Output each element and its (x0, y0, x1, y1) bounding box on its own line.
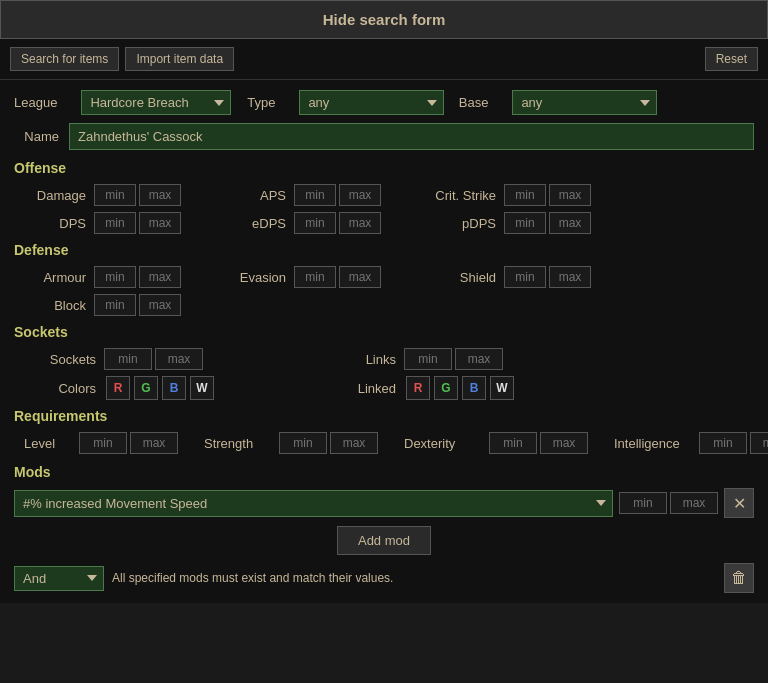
add-mod-button[interactable]: Add mod (337, 526, 431, 555)
crit-max[interactable] (549, 184, 591, 206)
crit-min[interactable] (504, 184, 546, 206)
delete-icon: ✕ (733, 494, 746, 513)
shield-max[interactable] (549, 266, 591, 288)
logic-dropdown[interactable]: And Or (14, 566, 104, 591)
color-b-button[interactable]: B (162, 376, 186, 400)
pdps-label: pDPS (424, 216, 504, 231)
evasion-min[interactable] (294, 266, 336, 288)
reset-button[interactable]: Reset (705, 47, 758, 71)
strength-label: Strength (204, 436, 279, 451)
mod-minmax (619, 492, 718, 514)
logic-delete-button[interactable]: 🗑 (724, 563, 754, 593)
color-g-button[interactable]: G (134, 376, 158, 400)
logic-text: All specified mods must exist and match … (112, 571, 393, 585)
aps-max[interactable] (339, 184, 381, 206)
pdps-min[interactable] (504, 212, 546, 234)
linked-item: Linked R G B W (354, 376, 516, 400)
import-item-button[interactable]: Import item data (125, 47, 234, 71)
level-min[interactable] (79, 432, 127, 454)
dexterity-minmax (489, 432, 588, 454)
block-max[interactable] (139, 294, 181, 316)
colors-linked-row: Colors R G B W Linked R G B W (24, 376, 754, 400)
armour-max[interactable] (139, 266, 181, 288)
block-stat: Block (24, 294, 224, 316)
dps-min[interactable] (94, 212, 136, 234)
league-type-base-row: League Hardcore Breach Standard Breach H… (14, 90, 754, 115)
dps-stat: DPS (24, 212, 224, 234)
damage-label: Damage (24, 188, 94, 203)
pdps-minmax (504, 212, 591, 234)
dexterity-label: Dexterity (404, 436, 489, 451)
colors-buttons: R G B W (104, 376, 216, 400)
defense-row-1: Armour Evasion Shield (24, 266, 754, 288)
pdps-stat: pDPS (424, 212, 624, 234)
armour-minmax (94, 266, 181, 288)
trash-icon: 🗑 (731, 569, 747, 587)
requirements-row: Level Strength Dexterity Intelligence (14, 432, 754, 454)
dexterity-max[interactable] (540, 432, 588, 454)
strength-max[interactable] (330, 432, 378, 454)
search-items-button[interactable]: Search for items (10, 47, 119, 71)
intelligence-max[interactable] (750, 432, 768, 454)
name-label: Name (14, 129, 69, 144)
damage-max[interactable] (139, 184, 181, 206)
dps-max[interactable] (139, 212, 181, 234)
name-row: Name (14, 123, 754, 150)
base-dropdown[interactable]: any (512, 90, 657, 115)
linked-w-button[interactable]: W (490, 376, 514, 400)
mod-min[interactable] (619, 492, 667, 514)
sockets-header: Sockets (14, 324, 754, 342)
color-r-button[interactable]: R (106, 376, 130, 400)
league-dropdown[interactable]: Hardcore Breach Standard Breach Hardcore (81, 90, 231, 115)
aps-minmax (294, 184, 381, 206)
offense-row-1: Damage APS Crit. Strike (24, 184, 754, 206)
intelligence-min[interactable] (699, 432, 747, 454)
armour-stat: Armour (24, 266, 224, 288)
shield-min[interactable] (504, 266, 546, 288)
links-label: Links (354, 352, 404, 367)
evasion-max[interactable] (339, 266, 381, 288)
defense-stats: Armour Evasion Shield (14, 266, 754, 316)
color-w-button[interactable]: W (190, 376, 214, 400)
mod-max[interactable] (670, 492, 718, 514)
sockets-max[interactable] (155, 348, 203, 370)
sockets-min[interactable] (104, 348, 152, 370)
sockets-links-row: Sockets Links (24, 348, 754, 370)
defense-row-2: Block (24, 294, 754, 316)
edps-max[interactable] (339, 212, 381, 234)
linked-b-button[interactable]: B (462, 376, 486, 400)
dexterity-min[interactable] (489, 432, 537, 454)
colors-item: Colors R G B W (24, 376, 354, 400)
damage-min[interactable] (94, 184, 136, 206)
pdps-max[interactable] (549, 212, 591, 234)
linked-g-button[interactable]: G (434, 376, 458, 400)
sockets-count-item: Sockets (24, 348, 354, 370)
dexterity-req: Dexterity (404, 432, 588, 454)
name-input[interactable] (69, 123, 754, 150)
block-min[interactable] (94, 294, 136, 316)
links-minmax (404, 348, 503, 370)
level-max[interactable] (130, 432, 178, 454)
mod-row-1: #% increased Movement Speed #% increased… (14, 488, 754, 518)
type-dropdown[interactable]: any Weapon Armour Accessory (299, 90, 444, 115)
mod-dropdown[interactable]: #% increased Movement Speed #% increased… (14, 490, 613, 517)
links-item: Links (354, 348, 503, 370)
links-min[interactable] (404, 348, 452, 370)
strength-min[interactable] (279, 432, 327, 454)
requirements-header: Requirements (14, 408, 754, 426)
links-max[interactable] (455, 348, 503, 370)
aps-label: APS (224, 188, 294, 203)
intelligence-label: Intelligence (614, 436, 699, 451)
mod-delete-button[interactable]: ✕ (724, 488, 754, 518)
search-form: League Hardcore Breach Standard Breach H… (0, 80, 768, 603)
linked-r-button[interactable]: R (406, 376, 430, 400)
edps-min[interactable] (294, 212, 336, 234)
defense-header: Defense (14, 242, 754, 260)
toolbar: Search for items Import item data Reset (0, 39, 768, 80)
armour-min[interactable] (94, 266, 136, 288)
offense-stats: Damage APS Crit. Strike (14, 184, 754, 234)
shield-label: Shield (424, 270, 504, 285)
aps-min[interactable] (294, 184, 336, 206)
mods-section: #% increased Movement Speed #% increased… (14, 488, 754, 593)
level-req: Level (24, 432, 178, 454)
